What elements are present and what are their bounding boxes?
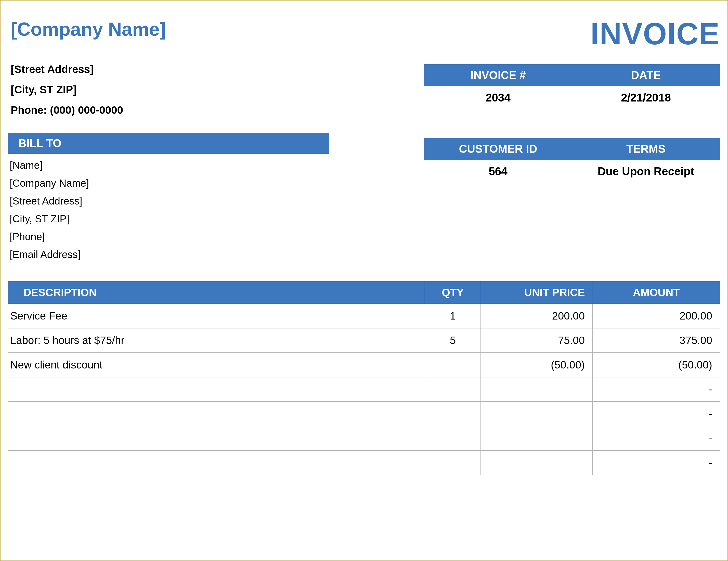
- table-row: -: [8, 426, 720, 451]
- invoice-meta-grid-1: INVOICE # DATE 2034 2/21/2018: [424, 64, 720, 109]
- col-amount: AMOUNT: [593, 281, 720, 304]
- cell-amount: -: [593, 426, 720, 451]
- cell-description: [8, 426, 425, 451]
- cell-amount: 200.00: [593, 304, 720, 328]
- invoice-number-value: 2034: [424, 86, 572, 109]
- line-items-section: DESCRIPTION QTY UNIT PRICE AMOUNT Servic…: [8, 281, 720, 475]
- cell-amount: (50.00): [593, 353, 720, 377]
- bill-to-block: BILL TO [Name] [Company Name] [Street Ad…: [8, 133, 329, 266]
- bill-to-city-zip: [City, ST ZIP]: [10, 210, 328, 228]
- date-label: DATE: [572, 64, 720, 86]
- col-unit-price: UNIT PRICE: [481, 281, 593, 304]
- table-row: Labor: 5 hours at $75/hr 5 75.00 375.00: [8, 328, 720, 353]
- company-phone: Phone: (000) 000-0000: [11, 100, 123, 120]
- table-row: -: [8, 451, 720, 475]
- invoice-title: INVOICE: [591, 18, 720, 49]
- mid-section: BILL TO [Name] [Company Name] [Street Ad…: [8, 133, 720, 266]
- customer-id-label: CUSTOMER ID: [424, 138, 572, 160]
- invoice-number-label: INVOICE #: [424, 64, 572, 86]
- table-row: -: [8, 402, 720, 426]
- date-value: 2/21/2018: [572, 86, 720, 109]
- table-header-row: DESCRIPTION QTY UNIT PRICE AMOUNT: [8, 281, 720, 304]
- cell-unit-price: 200.00: [481, 304, 593, 328]
- table-row: New client discount (50.00) (50.00): [8, 353, 720, 377]
- customer-id-value: 564: [424, 160, 572, 183]
- invoice-meta-grid-2: CUSTOMER ID TERMS 564 Due Upon Receipt: [424, 138, 720, 183]
- col-description: DESCRIPTION: [8, 281, 425, 304]
- cell-description: New client discount: [8, 353, 425, 377]
- cell-unit-price: 75.00: [481, 328, 593, 353]
- cell-amount: -: [593, 451, 720, 475]
- cell-description: [8, 402, 425, 426]
- table-row: Service Fee 1 200.00 200.00: [8, 304, 720, 328]
- cell-unit-price: (50.00): [481, 353, 593, 377]
- cell-qty: [425, 402, 481, 426]
- company-city-zip: [City, ST ZIP]: [11, 80, 123, 100]
- col-qty: QTY: [425, 281, 481, 304]
- bill-to-phone: [Phone]: [10, 228, 328, 245]
- bill-to-email: [Email Address]: [10, 245, 328, 263]
- cell-description: [8, 377, 425, 402]
- cell-description: Labor: 5 hours at $75/hr: [8, 328, 425, 353]
- cell-amount: 375.00: [593, 328, 720, 353]
- bill-to-street: [Street Address]: [10, 192, 328, 210]
- cell-qty: [425, 353, 481, 377]
- cell-qty: [425, 451, 481, 475]
- cell-unit-price: [481, 426, 593, 451]
- cell-qty: [425, 426, 481, 451]
- cell-unit-price: [481, 451, 593, 475]
- cell-qty: 5: [425, 328, 481, 353]
- top-section: [Street Address] [City, ST ZIP] Phone: (…: [8, 59, 720, 120]
- cell-description: [8, 451, 425, 475]
- invoice-document: [Company Name] INVOICE [Street Address] …: [1, 1, 727, 483]
- table-row: -: [8, 377, 720, 402]
- cell-amount: -: [593, 377, 720, 402]
- cell-unit-price: [481, 402, 593, 426]
- terms-label: TERMS: [572, 138, 720, 160]
- bill-to-header: BILL TO: [8, 133, 329, 154]
- cell-qty: 1: [425, 304, 481, 328]
- company-street: [Street Address]: [11, 59, 123, 80]
- line-items-table: DESCRIPTION QTY UNIT PRICE AMOUNT Servic…: [8, 281, 720, 475]
- bill-to-name: [Name]: [10, 156, 328, 174]
- bill-to-company: [Company Name]: [10, 174, 328, 192]
- cell-description: Service Fee: [8, 304, 425, 328]
- header-row: [Company Name] INVOICE: [8, 18, 720, 49]
- bill-to-body: [Name] [Company Name] [Street Address] […: [8, 154, 329, 266]
- company-address-block: [Street Address] [City, ST ZIP] Phone: (…: [8, 59, 123, 120]
- terms-value: Due Upon Receipt: [572, 160, 720, 183]
- cell-unit-price: [481, 377, 593, 402]
- cell-amount: -: [593, 402, 720, 426]
- cell-qty: [425, 377, 481, 402]
- company-name: [Company Name]: [8, 18, 166, 40]
